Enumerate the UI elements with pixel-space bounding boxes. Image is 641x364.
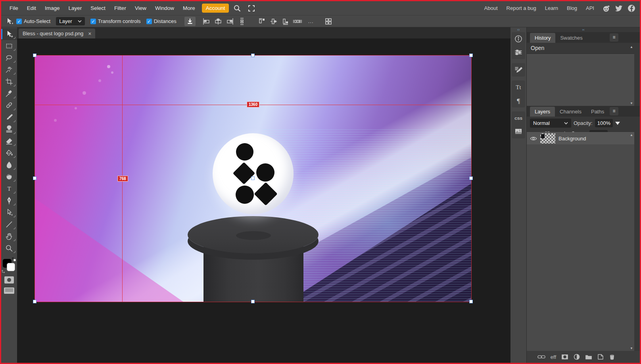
transform-handle-bottom-center[interactable]	[251, 300, 255, 303]
paragraph-icon[interactable]: ¶	[512, 94, 525, 107]
tool-blur[interactable]	[1, 159, 17, 171]
history-list[interactable]: ▲ ▼	[527, 54, 634, 106]
distances-option[interactable]: ✓ Distances	[146, 18, 182, 24]
menu-window[interactable]: Window	[151, 1, 178, 15]
mask-icon[interactable]	[561, 354, 568, 360]
tool-paint-bucket[interactable]	[1, 147, 17, 159]
history-entry-open[interactable]: Open	[527, 43, 640, 53]
search-icon[interactable]	[231, 2, 243, 14]
quick-mask-icon[interactable]	[4, 276, 14, 284]
align-middle-icon[interactable]	[269, 17, 279, 26]
effects-icon[interactable]: eff	[551, 354, 556, 360]
scroll-up-icon[interactable]: ▲	[630, 133, 633, 137]
tool-hand[interactable]	[1, 230, 17, 242]
link-icon[interactable]	[537, 354, 545, 359]
link-about[interactable]: About	[481, 5, 501, 11]
tool-lasso[interactable]	[1, 52, 17, 64]
tool-zoom[interactable]	[1, 242, 17, 254]
download-icon[interactable]	[184, 17, 196, 26]
tool-magic-wand[interactable]	[1, 64, 17, 76]
align-left-icon[interactable]	[201, 17, 211, 26]
color-swatches[interactable]	[2, 257, 16, 272]
panel-collapse-icon[interactable]: ›‹	[527, 27, 640, 32]
tool-eraser[interactable]	[1, 135, 17, 147]
menu-more[interactable]: More	[178, 1, 200, 15]
transform-controls-checkbox[interactable]: ✓	[90, 19, 96, 24]
tool-line[interactable]	[1, 218, 17, 230]
align-bottom-icon[interactable]	[280, 17, 291, 26]
menu-select[interactable]: Select	[86, 1, 110, 15]
transform-controls-option[interactable]: ✓ Transform controls	[90, 18, 146, 24]
align-right-icon[interactable]	[225, 17, 235, 26]
adjustment-icon[interactable]	[574, 354, 580, 360]
visibility-eye-icon[interactable]	[530, 136, 537, 141]
layers-list[interactable]: Background ▲ ▼	[527, 132, 634, 351]
link-blog[interactable]: Blog	[563, 5, 581, 11]
menu-filter[interactable]: Filter	[110, 1, 131, 15]
tool-dodge[interactable]	[1, 171, 17, 183]
transform-handle-bottom-right[interactable]	[469, 300, 473, 303]
link-report-a-bug[interactable]: Report a bug	[503, 5, 540, 11]
facebook-icon[interactable]	[627, 4, 636, 13]
properties-icon[interactable]	[512, 46, 525, 59]
brush-settings-icon[interactable]	[512, 63, 525, 77]
menu-layer[interactable]: Layer	[64, 1, 86, 15]
distribute-h-icon[interactable]	[292, 17, 303, 26]
menu-image[interactable]: Image	[40, 1, 64, 15]
tab-paths[interactable]: Paths	[586, 107, 609, 117]
tab-history[interactable]: History	[530, 33, 555, 43]
tool-clone-stamp[interactable]	[1, 123, 17, 135]
reddit-icon[interactable]	[602, 4, 610, 13]
scroll-down-icon[interactable]: ▼	[630, 102, 633, 105]
grid-icon[interactable]	[323, 17, 334, 26]
canvas-viewport[interactable]: 1360 768	[17, 38, 510, 363]
tool-eyedropper[interactable]	[1, 88, 17, 100]
new-layer-icon[interactable]	[597, 354, 604, 360]
opacity-value[interactable]: 100%	[595, 119, 613, 127]
distribute-v-icon[interactable]	[237, 17, 247, 26]
link-learn[interactable]: Learn	[541, 5, 562, 11]
tool-move[interactable]	[1, 28, 17, 40]
tool-brush[interactable]	[1, 111, 17, 123]
panel-menu-icon[interactable]: ≡	[610, 107, 618, 115]
opacity-slider-icon[interactable]	[615, 122, 620, 125]
account-button[interactable]: Account	[202, 4, 229, 13]
swap-colors-icon[interactable]	[12, 257, 16, 261]
distances-checkbox[interactable]: ✓	[146, 19, 152, 24]
blend-mode-dropdown[interactable]: Normal	[530, 119, 571, 128]
layer-thumbnail[interactable]	[540, 133, 555, 144]
rail-collapse-icon[interactable]: ‹›	[517, 27, 520, 32]
tab-swatches[interactable]: Swatches	[555, 33, 587, 43]
panel-menu-icon[interactable]: ≡	[610, 33, 618, 42]
tool-crop[interactable]	[1, 76, 17, 88]
auto-select-target-dropdown[interactable]: Layer	[56, 17, 85, 25]
css-icon[interactable]: CSS	[512, 111, 525, 125]
tool-heal[interactable]	[1, 100, 17, 111]
info-icon[interactable]	[512, 32, 525, 46]
scroll-up-icon[interactable]: ▲	[630, 45, 633, 49]
folder-icon[interactable]	[585, 354, 592, 360]
tool-path-select[interactable]	[1, 207, 17, 218]
background-color-swatch[interactable]	[7, 263, 15, 271]
twitter-icon[interactable]	[614, 4, 623, 13]
tool-type[interactable]: T	[1, 183, 17, 195]
character-icon[interactable]: Tt	[512, 80, 525, 94]
menu-view[interactable]: View	[131, 1, 151, 15]
transform-handle-bottom-left[interactable]	[33, 300, 36, 303]
transform-handle-middle-right[interactable]	[469, 176, 473, 180]
delete-icon[interactable]	[609, 354, 615, 360]
tab-channels[interactable]: Channels	[555, 107, 586, 117]
auto-select-checkbox[interactable]: ✓	[16, 19, 22, 24]
transform-handle-middle-left[interactable]	[33, 176, 36, 180]
transform-handle-top-left[interactable]	[33, 54, 36, 57]
tool-rect-select[interactable]	[1, 40, 17, 52]
align-center-h-icon[interactable]	[213, 17, 223, 26]
scroll-down-icon[interactable]: ▼	[630, 347, 633, 350]
transform-handle-top-center[interactable]	[251, 54, 255, 57]
more-options[interactable]: ...	[308, 18, 314, 24]
menu-edit[interactable]: Edit	[23, 1, 40, 15]
tool-pen[interactable]	[1, 195, 17, 207]
align-top-icon[interactable]	[257, 17, 267, 26]
close-icon[interactable]: ×	[88, 31, 91, 37]
document-tab[interactable]: Bless - quest logo psd.png ×	[19, 29, 95, 38]
